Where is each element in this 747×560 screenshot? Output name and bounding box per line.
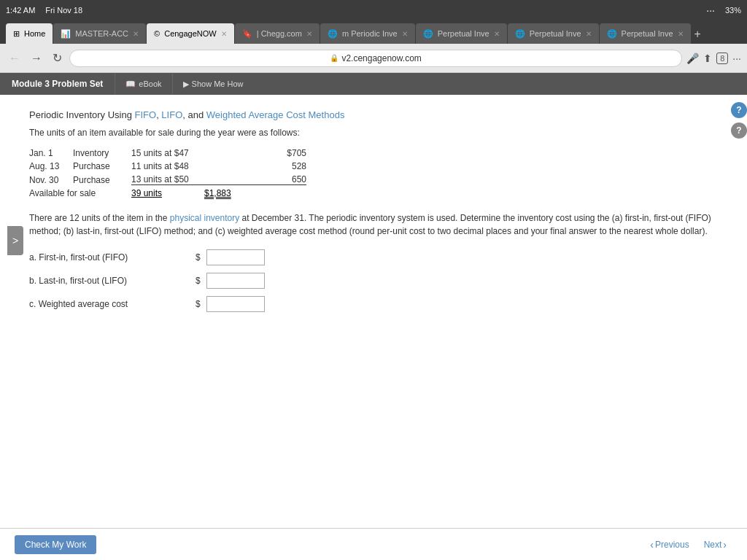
inv-type-3: Purchase [73,175,131,185]
inv-type-2: Purchase [73,161,131,171]
next-button[interactable]: Next › [698,536,732,553]
tab-periodic1[interactable]: 🌐 m Periodic Inve ✕ [320,23,415,44]
tab-perpetual2-close[interactable]: ✕ [586,30,592,38]
ebook-icon: 📖 [125,79,136,89]
tab-home[interactable]: ⊞ Home [6,23,53,44]
title-sep2: , and [182,109,206,120]
tab-periodic1-close[interactable]: ✕ [402,30,408,38]
inv-date-2: Aug. 13 [29,161,73,171]
previous-label: Previous [655,540,689,550]
tab-perpetual3[interactable]: 🌐 Perpetual Inve ✕ [600,23,691,44]
module-title: Module 3 Problem Set [0,73,115,95]
tab-perpetual3-label: Perpetual Inve [622,29,673,38]
back-button[interactable]: ← [6,49,23,68]
browser-menu-dots[interactable]: ··· [706,4,715,16]
url-text: v2.cengagenow.com [341,53,421,63]
tab-perpetual1[interactable]: 🌐 Perpetual Inve ✕ [416,23,507,44]
answer-row-lifo: b. Last-in, first-out (LIFO) $ [29,273,725,289]
showme-icon: ▶ [183,79,189,89]
weighted-label: c. Weighted average cost [29,299,190,309]
inventory-row-3: Nov. 30 Purchase 13 units at $50 650 [29,173,725,187]
main-wrapper: Module 3 Problem Set 📖 eBook ▶ Show Me H… [0,73,747,560]
tab-bar: ⊞ Home 📊 MASTER-ACC ✕ © CengageNOW ✕ 🔖 |… [0,20,747,44]
share-icon[interactable]: ⬆ [703,52,712,64]
lifo-label: b. Last-in, first-out (LIFO) [29,276,190,286]
fifo-input[interactable] [206,249,265,265]
tab-master-label: MASTER-ACC [75,29,128,38]
inv-total-amount: $1,883 [204,188,231,198]
fifo-dollar-sign: $ [196,252,201,262]
chegg-favicon: 🔖 [242,29,252,39]
tab-master-close[interactable]: ✕ [133,30,139,38]
fifo-label: a. First-in, first-out (FIFO) [29,252,190,262]
inv-amount-2: 528 [248,161,306,171]
tab-home-label: Home [24,29,45,38]
module-header: Module 3 Problem Set 📖 eBook ▶ Show Me H… [0,73,747,95]
tab-periodic1-label: m Periodic Inve [342,29,398,38]
perpetual3-favicon: 🌐 [607,29,617,39]
battery-indicator: 33% [725,6,741,15]
fifo-link[interactable]: FIFO [135,109,157,120]
info-icon[interactable]: ? [731,122,747,139]
previous-button[interactable]: ‹ Previous [644,536,694,553]
header-tabs: 📖 eBook ▶ Show Me How [115,74,253,95]
nav-buttons: ‹ Previous Next › [644,536,732,553]
master-favicon: 📊 [61,29,71,39]
problem-text-prefix: There are 12 units of the item in the [29,213,170,223]
periodic1-favicon: 🌐 [328,29,338,39]
browser-top-bar: 1:42 AM Fri Nov 18 ··· 33% [0,0,747,20]
weighted-link[interactable]: Weighted Average Cost Methods [206,109,345,120]
reload-button[interactable]: ↻ [50,48,65,68]
tab-showme-label: Show Me How [192,79,244,88]
inv-units-2: 11 units at $48 [131,161,248,171]
tabs-count-icon[interactable]: 8 [716,52,728,64]
inv-date-3: Nov. 30 [29,175,73,185]
perpetual1-favicon: 🌐 [423,29,433,39]
answer-section: a. First-in, first-out (FIFO) $ b. Last-… [29,249,725,312]
tab-perpetual1-close[interactable]: ✕ [494,30,500,38]
help-icon[interactable]: ? [731,102,747,118]
add-tab-button[interactable]: + [692,25,704,44]
next-chevron-icon: › [723,539,727,551]
browser-time: 1:42 AM [6,6,35,15]
prev-chevron-icon: ‹ [650,539,654,551]
lifo-dollar-sign: $ [196,276,201,286]
tab-cengage[interactable]: © CengageNOW ✕ [147,23,234,44]
check-work-button[interactable]: Check My Work [15,535,96,554]
tab-chegg-label: | Chegg.com [257,29,302,38]
tab-ebook[interactable]: 📖 eBook [115,74,171,95]
cengage-favicon: © [154,29,160,38]
page-title: Periodic Inventory Using FIFO, LIFO, and… [29,109,725,120]
tab-perpetual3-close[interactable]: ✕ [678,30,684,38]
tab-perpetual2[interactable]: 🌐 Perpetual Inve ✕ [508,23,599,44]
tab-perpetual1-label: Perpetual Inve [438,29,489,38]
tab-cengage-close[interactable]: ✕ [221,30,227,38]
forward-button[interactable]: → [28,49,45,68]
inv-type-1: Inventory [73,148,131,158]
weighted-input[interactable] [206,296,265,312]
inventory-total-row: Available for sale 39 units $1,883 [29,187,725,200]
tab-master[interactable]: 📊 MASTER-ACC ✕ [53,23,146,44]
browser-date: Fri Nov 18 [45,6,82,15]
footer-bar: Check My Work ‹ Previous Next › [0,528,747,560]
physical-inventory-link[interactable]: physical inventory [170,213,239,223]
url-bar[interactable]: 🔒 v2.cengagenow.com [69,50,682,67]
lifo-link[interactable]: LIFO [161,109,182,120]
more-options-icon[interactable]: ··· [732,52,741,64]
tab-chegg[interactable]: 🔖 | Chegg.com ✕ [235,23,320,44]
microphone-icon[interactable]: 🎤 [686,52,699,64]
perpetual2-favicon: 🌐 [515,29,525,39]
tab-chegg-close[interactable]: ✕ [306,30,312,38]
inventory-row-2: Aug. 13 Purchase 11 units at $48 528 [29,160,725,173]
lifo-input[interactable] [206,273,265,289]
problem-text: There are 12 units of the item in the ph… [29,211,725,238]
tab-cengage-label: CengageNOW [164,29,217,38]
inv-amount-1: $705 [248,148,306,158]
description-text: The units of an item available for sale … [29,128,725,138]
inv-date-1: Jan. 1 [29,148,73,158]
content-area: > Periodic Inventory Using FIFO, LIFO, a… [0,95,747,528]
sidebar-toggle[interactable]: > [7,226,23,255]
tab-ebook-label: eBook [139,79,161,88]
tab-showme[interactable]: ▶ Show Me How [172,74,254,95]
inventory-table: Jan. 1 Inventory 15 units at $47 $705 Au… [29,147,725,200]
